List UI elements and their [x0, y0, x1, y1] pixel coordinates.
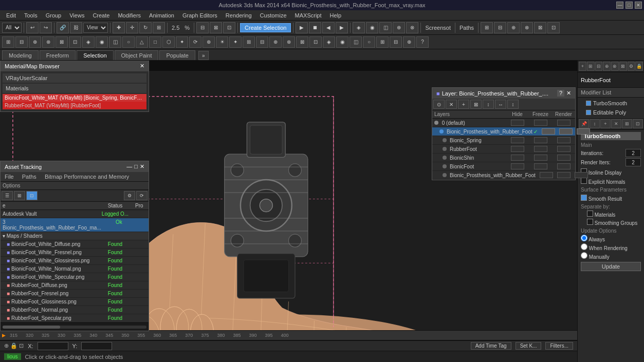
rp-icon-modify[interactable]: ⊞ [587, 62, 595, 71]
redo-button[interactable]: ↪ [40, 22, 52, 33]
stop-button[interactable]: ⏹ [309, 22, 321, 33]
misc5-button[interactable]: ⊠ [534, 22, 546, 33]
at-file-9[interactable]: ■RubberFoot_Specular.png Found [1, 314, 149, 322]
close-button[interactable]: ✕ [635, 2, 642, 9]
at-tb-options[interactable]: ⚙ [124, 191, 135, 200]
align2-button[interactable]: ⊡ [223, 22, 235, 33]
tab-object-paint[interactable]: Object Paint [115, 50, 159, 60]
lp-btn-delete[interactable]: ✕ [446, 100, 457, 109]
select-button[interactable]: ✚ [113, 22, 125, 33]
tb2-btn28[interactable]: ○ [363, 36, 375, 48]
misc2-button[interactable]: ⊟ [494, 22, 506, 33]
mod-icon-delete[interactable]: ✕ [611, 119, 621, 128]
at-file-6[interactable]: ■RubberFoot_Fresnel.png Found [1, 290, 149, 298]
next-button[interactable]: ▶ [336, 22, 348, 33]
align-button[interactable]: ⊠ [210, 22, 222, 33]
tab-more-button[interactable]: » [198, 51, 209, 60]
tb2-btn24[interactable]: ⊡ [309, 36, 322, 48]
at-file-2[interactable]: ■BionicFoot_White_Glossiness.png Found [1, 257, 149, 265]
lp-btn-select[interactable]: ⊠ [470, 100, 482, 109]
tb2-btn16[interactable]: ⊕ [203, 36, 215, 48]
at-menu-bitmap[interactable]: Bitmap Performance and Memory [41, 172, 133, 181]
modifier-editable-poly[interactable]: Editable Poly [578, 108, 644, 117]
menu-edit[interactable]: Edit [2, 11, 20, 20]
menu-create[interactable]: Create [88, 11, 114, 20]
rp-icon-lock[interactable]: 🔒 [635, 62, 643, 71]
lp-row-0[interactable]: 0 (default) [432, 119, 575, 127]
tb2-btn14[interactable]: ✦ [176, 36, 188, 48]
x-input[interactable] [38, 342, 68, 350]
tb2-btn6[interactable]: ⊡ [69, 36, 81, 48]
menu-animation[interactable]: Animation [145, 11, 178, 20]
tb2-btn25[interactable]: ◈ [323, 36, 335, 48]
add-time-tag-button[interactable]: Add Time Tag [471, 342, 511, 350]
tb2-btn13[interactable]: ⬡ [162, 36, 175, 48]
lp-btn-move3[interactable]: ↕ [507, 100, 519, 109]
timeline[interactable]: ▶ 315 320 325 330 335 340 345 350 355 36… [0, 330, 577, 340]
undo-dropdown[interactable]: All [2, 23, 22, 33]
mat-item-2[interactable]: RubberFoot_MAT (VRayMtl) [RubberFoot] [3, 102, 146, 109]
ts-update-button[interactable]: Update [581, 262, 641, 271]
at-file-5[interactable]: ■RubberFoot_Diffuse.png Found [1, 281, 149, 290]
lp-row-1[interactable]: Bionic_Prosthesis_with_Rubber_Foot ✓ [432, 127, 575, 136]
ts-iterations-input[interactable] [625, 149, 641, 157]
at-file-1[interactable]: ■BionicFoot_White_Fresnel.png Found [1, 249, 149, 257]
scale-button[interactable]: ⊞ [153, 22, 165, 33]
tb2-btn7[interactable]: ◈ [82, 36, 95, 48]
tab-selection[interactable]: Selection [77, 50, 113, 60]
at-file-row[interactable]: 3 Bionic_Prosthesis_with_Rubber_Foo_ma..… [1, 218, 149, 232]
tab-populate[interactable]: Populate [159, 50, 195, 60]
lp-btn-move1[interactable]: ↕ [483, 100, 494, 109]
tb2-btn18[interactable]: ✦ [229, 36, 242, 48]
ts-always-radio[interactable] [581, 235, 587, 241]
ts-when-rendering-radio[interactable] [581, 243, 587, 250]
tb2-btn17[interactable]: ☀ [216, 36, 228, 48]
menu-tools[interactable]: Tools [20, 11, 42, 20]
tb2-btn19[interactable]: ⊞ [243, 36, 255, 48]
rp-icon-display[interactable]: ⊗ [611, 62, 619, 71]
mat-item-1[interactable]: BionicFoot_White_MAT (VRayMtl) [Bionic_S… [3, 94, 146, 102]
tb2-btn29[interactable]: ⊞ [376, 36, 389, 48]
prev-button[interactable]: ◀ [322, 22, 335, 33]
tab-freeform[interactable]: Freeform [40, 50, 76, 60]
at-file-0[interactable]: ■BionicFoot_White_Diffuse.png Found [1, 240, 149, 249]
at-close-icon[interactable]: ✕ [140, 163, 144, 170]
render-button[interactable]: ◈ [353, 22, 365, 33]
tb2-btn22[interactable]: ⊗ [283, 36, 295, 48]
lp-btn-scope[interactable]: ⊙ [433, 100, 445, 109]
tb2-btn30[interactable]: ⊟ [390, 36, 402, 48]
at-file-4[interactable]: ■BionicFoot_White_Specular.png Found [1, 273, 149, 281]
menu-group[interactable]: Group [42, 11, 66, 20]
rp-icon-utilities[interactable]: ⊠ [619, 62, 627, 71]
menu-customize[interactable]: Customize [256, 11, 291, 20]
at-vault-row[interactable]: Autodesk Vault Logged O... [1, 210, 149, 218]
link-button[interactable]: 🔗 [57, 22, 69, 33]
at-minimize-icon[interactable]: — [126, 163, 132, 170]
at-tb-detail[interactable]: ⊞ [14, 191, 25, 200]
at-maps-group[interactable]: ▾ Maps / Shaders [1, 232, 149, 240]
tb2-btn4[interactable]: ⊗ [42, 36, 54, 48]
at-tb-list[interactable]: ☰ [2, 191, 13, 200]
menu-help[interactable]: Help [326, 11, 346, 20]
menu-views[interactable]: Views [65, 11, 88, 20]
lp-row-bionicshin[interactable]: BionicShin [432, 154, 575, 162]
render3-button[interactable]: ◫ [379, 22, 392, 33]
mirror-button[interactable]: ⊟ [196, 22, 209, 33]
rotate-button[interactable]: ↻ [139, 22, 152, 33]
lp-row-bionic-spring[interactable]: Bionic_Spring [432, 136, 575, 145]
mod-icon-paste[interactable]: ⊡ [633, 119, 643, 128]
tb2-btn10[interactable]: ○ [122, 36, 135, 48]
ts-smoothing-groups-check[interactable] [587, 219, 593, 225]
lp-help-icon[interactable]: ? [557, 90, 564, 97]
ts-materials-check[interactable] [587, 211, 593, 217]
tb2-btn20[interactable]: ⊟ [256, 36, 268, 48]
filters-button[interactable]: Filters... [545, 342, 573, 350]
play-button[interactable]: ▶ [296, 22, 308, 33]
misc4-button[interactable]: ⊗ [521, 22, 533, 33]
window-controls[interactable]: — □ ✕ [616, 2, 642, 9]
tb2-btn15[interactable]: ⟳ [189, 36, 201, 48]
tb2-btn8[interactable]: ◉ [96, 36, 108, 48]
render4-button[interactable]: ⊕ [393, 22, 405, 33]
mod-icon-copy[interactable]: ⊞ [622, 119, 632, 128]
ts-render-iters-input[interactable] [625, 158, 641, 166]
